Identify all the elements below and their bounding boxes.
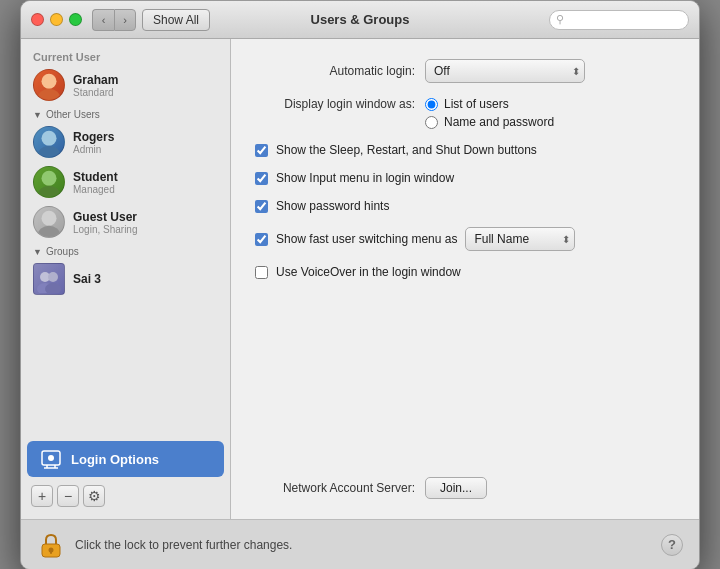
minimize-button[interactable] (50, 13, 63, 26)
user-item-sai3[interactable]: Sai 3 (21, 259, 230, 299)
checkbox-sleep-label: Show the Sleep, Restart, and Shut Down b… (276, 143, 537, 157)
groups-disclosure[interactable]: ▼ Groups (21, 242, 230, 259)
avatar-student (33, 166, 65, 198)
checkbox-fast-switch-label: Show fast user switching menu as (276, 232, 457, 246)
radio-list-label: List of users (444, 97, 509, 111)
user-item-student[interactable]: Student Managed (21, 162, 230, 202)
radio-list-input[interactable] (425, 98, 438, 111)
automatic-login-select-wrapper: Off Graham Rogers Student (425, 59, 585, 83)
search-input[interactable] (567, 14, 682, 26)
user-name-student: Student (73, 170, 118, 184)
other-users-disclosure[interactable]: ▼ Other Users (21, 105, 230, 122)
network-account-row: Network Account Server: Join... (255, 477, 675, 499)
user-item-graham[interactable]: Graham Standard (21, 65, 230, 105)
triangle-icon: ▼ (33, 110, 42, 120)
fast-switch-select-wrapper: Full Name Short Name Icon (465, 227, 575, 251)
checkbox-voiceover-row[interactable]: Use VoiceOver in the login window (255, 265, 675, 279)
search-box[interactable]: ⚲ (549, 10, 689, 30)
svg-rect-16 (50, 550, 52, 554)
close-button[interactable] (31, 13, 44, 26)
back-arrow[interactable]: ‹ (92, 9, 114, 31)
user-item-rogers[interactable]: Rogers Admin (21, 122, 230, 162)
user-name-sai3: Sai 3 (73, 272, 101, 286)
checkbox-voiceover[interactable] (255, 266, 268, 279)
user-role-guest: Login, Sharing (73, 224, 138, 235)
login-options-item[interactable]: Login Options (27, 441, 224, 477)
user-role-graham: Standard (73, 87, 118, 98)
avatar-sai3 (33, 263, 65, 295)
sidebar-bottom: Login Options + − ⚙ (21, 437, 230, 511)
checkbox-input-menu[interactable] (255, 172, 268, 185)
user-info-rogers: Rogers Admin (73, 130, 114, 155)
svg-point-3 (38, 146, 61, 158)
automatic-login-select[interactable]: Off Graham Rogers Student (425, 59, 585, 83)
checkbox-password-hints-row[interactable]: Show password hints (255, 199, 675, 213)
settings-button[interactable]: ⚙ (83, 485, 105, 507)
main-panel: Automatic login: Off Graham Rogers Stude… (231, 39, 699, 519)
lock-icon[interactable] (37, 531, 65, 559)
remove-user-button[interactable]: − (57, 485, 79, 507)
window-title: Users & Groups (311, 12, 410, 27)
avatar-graham (33, 69, 65, 101)
checkbox-password-hints[interactable] (255, 200, 268, 213)
svg-point-7 (38, 226, 61, 238)
add-user-button[interactable]: + (31, 485, 53, 507)
user-role-student: Managed (73, 184, 118, 195)
bottom-bar: Click the lock to prevent further change… (21, 519, 699, 569)
radio-group-login: List of users Name and password (425, 97, 554, 129)
checkbox-sleep-row[interactable]: Show the Sleep, Restart, and Shut Down b… (255, 143, 675, 157)
avatar-rogers (33, 126, 65, 158)
automatic-login-row: Automatic login: Off Graham Rogers Stude… (255, 59, 675, 83)
fast-switch-select[interactable]: Full Name Short Name Icon (465, 227, 575, 251)
automatic-login-label: Automatic login: (255, 64, 415, 78)
user-name-guest: Guest User (73, 210, 138, 224)
display-login-label: Display login window as: (255, 97, 415, 111)
checkbox-input-menu-label: Show Input menu in login window (276, 171, 454, 185)
user-item-guest[interactable]: Guest User Login, Sharing (21, 202, 230, 242)
nav-arrows: ‹ › (92, 9, 136, 31)
sidebar-toolbar: + − ⚙ (21, 481, 230, 511)
login-options-icon (39, 447, 63, 471)
svg-point-1 (38, 89, 61, 101)
radio-name-label: Name and password (444, 115, 554, 129)
user-info-sai3: Sai 3 (73, 272, 101, 286)
join-button[interactable]: Join... (425, 477, 487, 499)
groups-label: Groups (46, 246, 79, 257)
svg-point-9 (48, 272, 58, 282)
svg-point-6 (42, 211, 57, 226)
search-icon: ⚲ (556, 13, 564, 26)
user-role-rogers: Admin (73, 144, 114, 155)
show-all-button[interactable]: Show All (142, 9, 210, 31)
svg-point-5 (38, 186, 61, 198)
svg-point-0 (42, 74, 57, 89)
radio-list-of-users[interactable]: List of users (425, 97, 554, 111)
checkbox-password-hints-label: Show password hints (276, 199, 389, 213)
checkbox-sleep[interactable] (255, 144, 268, 157)
other-users-label: Other Users (46, 109, 100, 120)
sidebar: Current User Graham Standard ▼ Other (21, 39, 231, 519)
avatar-guest (33, 206, 65, 238)
forward-arrow[interactable]: › (114, 9, 136, 31)
user-info-guest: Guest User Login, Sharing (73, 210, 138, 235)
content-area: Current User Graham Standard ▼ Other (21, 39, 699, 519)
user-info-graham: Graham Standard (73, 73, 118, 98)
checkbox-input-menu-row[interactable]: Show Input menu in login window (255, 171, 675, 185)
radio-name-input[interactable] (425, 116, 438, 129)
help-button[interactable]: ? (661, 534, 683, 556)
checkbox-fast-switch[interactable] (255, 233, 268, 246)
svg-point-4 (42, 171, 57, 186)
network-account-label: Network Account Server: (255, 481, 415, 495)
window-buttons (31, 13, 82, 26)
checkbox-fast-switch-row: Show fast user switching menu as Full Na… (255, 227, 675, 251)
checkbox-voiceover-label: Use VoiceOver in the login window (276, 265, 461, 279)
user-name-rogers: Rogers (73, 130, 114, 144)
radio-name-password[interactable]: Name and password (425, 115, 554, 129)
login-options-label: Login Options (71, 452, 159, 467)
current-user-label: Current User (21, 47, 230, 65)
user-info-student: Student Managed (73, 170, 118, 195)
titlebar: ‹ › Show All Users & Groups ⚲ (21, 1, 699, 39)
main-window: ‹ › Show All Users & Groups ⚲ Current Us… (20, 0, 700, 569)
svg-point-13 (48, 455, 54, 461)
lock-text: Click the lock to prevent further change… (75, 538, 292, 552)
maximize-button[interactable] (69, 13, 82, 26)
